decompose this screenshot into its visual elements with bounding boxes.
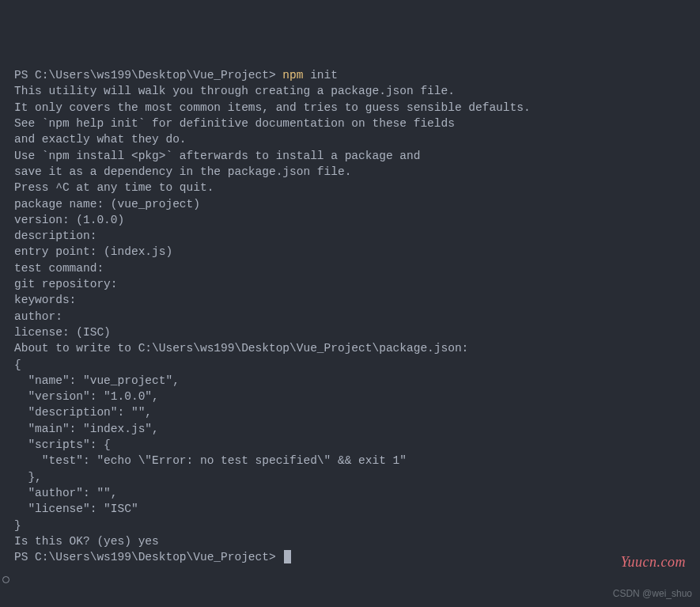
output-line: See `npm help init` for definitive docum…: [14, 116, 700, 131]
output-line: Use `npm install <pkg>` afterwards to in…: [14, 148, 700, 164]
json-line: "description": "",: [14, 404, 700, 420]
shell-prompt: PS C:\Users\ws199\Desktop\Vue_Project>: [14, 551, 282, 563]
output-about-write: About to write to C:\Users\ws199\Desktop…: [14, 340, 700, 356]
gutter-marker-icon: [2, 576, 9, 583]
output-line: It only covers the most common items, an…: [14, 100, 700, 116]
output-line: save it as a dependency in the package.j…: [14, 164, 700, 180]
prompt-license: license: (ISC): [14, 324, 700, 340]
cursor-icon: [284, 550, 291, 563]
output-line: This utility will walk you through creat…: [14, 83, 700, 99]
command-arg: init: [303, 69, 338, 82]
prompt-entry-point: entry point: (index.js): [14, 244, 700, 260]
prompt-git-repository: git repository:: [14, 276, 700, 292]
watermark-yuucn: Yuucn.com: [621, 552, 686, 572]
json-line: "test": "echo \"Error: no test specified…: [14, 453, 700, 469]
prompt-keywords: keywords:: [14, 292, 700, 308]
json-line: },: [14, 469, 700, 485]
command-npm: npm: [282, 69, 303, 82]
json-line: "scripts": {: [14, 437, 700, 453]
json-line: }: [14, 518, 700, 533]
json-line: "author": "",: [14, 485, 700, 501]
json-line: "name": "vue_project",: [14, 373, 700, 389]
prompt-is-ok: Is this OK? (yes) yes: [14, 533, 700, 549]
json-line: "main": "index.js",: [14, 421, 700, 437]
prompt-author: author:: [14, 309, 700, 324]
prompt-package-name: package name: (vue_project): [14, 196, 700, 212]
output-line: and exactly what they do.: [14, 131, 700, 147]
prompt-test-command: test command:: [14, 260, 700, 276]
shell-prompt: PS C:\Users\ws199\Desktop\Vue_Project>: [14, 69, 282, 82]
prompt-version: version: (1.0.0): [14, 212, 700, 228]
prompt-description: description:: [14, 228, 700, 244]
output-line: Press ^C at any time to quit.: [14, 180, 700, 195]
json-line: "license": "ISC": [14, 501, 700, 517]
json-line: {: [14, 357, 700, 373]
watermark-csdn: CSDN @wei_shuo: [613, 587, 692, 601]
terminal-output[interactable]: PS C:\Users\ws199\Desktop\Vue_Project> n…: [14, 67, 700, 565]
json-line: "version": "1.0.0",: [14, 389, 700, 404]
